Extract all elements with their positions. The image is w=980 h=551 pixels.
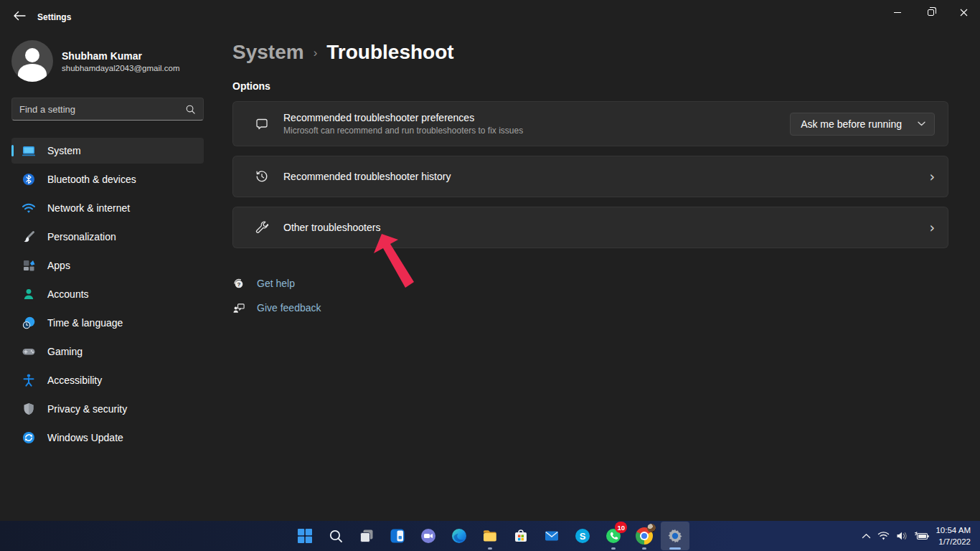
skype-button[interactable]: S [568,522,597,550]
sidebar-item-bluetooth-devices[interactable]: Bluetooth & devices [11,166,204,192]
file-explorer-icon [481,527,499,545]
search-box[interactable] [11,98,204,121]
chat-icon [420,527,437,545]
avatar [11,40,53,82]
running-indicator [642,547,646,550]
history-icon [253,168,270,185]
card-recommended-troubleshooter-history[interactable]: Recommended troubleshooter history › [232,156,948,197]
sidebar-item-network-internet[interactable]: Network & internet [11,195,204,221]
wrench-icon [253,219,270,236]
window-controls [881,0,980,24]
sidebar-item-apps[interactable]: Apps [11,253,204,278]
give-feedback-label: Give feedback [257,302,321,314]
edge-button[interactable] [445,522,473,550]
chevron-up-icon [862,533,871,539]
sidebar-item-privacy-security[interactable]: Privacy & security [11,396,204,422]
sidebar-item-label: Accounts [47,288,89,300]
get-help-link[interactable]: ? Get help [232,274,980,293]
mail-button[interactable] [537,522,566,550]
sidebar-item-label: Gaming [47,346,83,357]
sidebar-item-accounts[interactable]: Accounts [11,281,204,307]
give-feedback-link[interactable]: Give feedback [232,298,980,317]
system-icon [22,143,36,158]
options-section-label: Options [232,80,980,92]
help-links: ? Get help Give feedback [232,274,980,317]
sidebar-item-gaming[interactable]: Gaming [11,339,204,364]
sidebar-item-accessibility[interactable]: Accessibility [11,367,204,393]
task-view-icon [359,528,374,544]
whatsapp-button[interactable]: 10 [599,522,628,550]
chat-button[interactable] [414,522,443,550]
card-other-troubleshooters[interactable]: Other troubleshooters › [232,207,948,248]
update-icon [22,430,36,445]
running-indicator [611,547,616,550]
sidebar-item-personalization[interactable]: Personalization [11,224,204,250]
battery-tray-button[interactable] [914,531,929,541]
restore-button[interactable] [914,0,947,24]
sidebar-item-system[interactable]: System [11,138,204,164]
search-taskbar-button[interactable] [321,522,350,550]
card-title: Other troubleshooters [283,222,380,233]
chrome-button[interactable] [630,522,659,550]
troubleshooter-preference-dropdown[interactable]: Ask me before running [790,113,935,136]
file-explorer-button[interactable] [476,522,504,550]
chevron-right-icon: › [929,170,935,184]
minimize-button[interactable] [881,0,914,24]
settings-taskbar-button[interactable] [661,522,689,550]
sidebar-item-label: Accessibility [47,375,102,386]
start-button[interactable] [291,522,319,550]
clock-globe-icon [22,316,36,330]
whatsapp-badge: 10 [615,522,627,533]
card-title: Recommended troubleshooter history [283,171,451,182]
app-title: Settings [37,12,71,22]
settings-gear-icon [666,527,684,545]
close-button[interactable] [947,0,980,24]
microsoft-store-button[interactable] [507,522,535,550]
chrome-profile-avatar [647,524,656,532]
paintbrush-icon [22,230,36,244]
dropdown-value: Ask me before running [801,118,902,130]
search-input[interactable] [19,104,185,115]
profile-email: shubhamdayal2043@gmail.com [62,64,179,72]
sidebar-item-windows-update[interactable]: Windows Update [11,425,204,451]
active-indicator [669,547,681,550]
system-tray: 10:54 AM 1/7/2022 [862,521,980,551]
sidebar-item-label: Apps [47,260,70,271]
card-subtitle: Microsoft can recommend and run troubles… [283,126,523,136]
widgets-icon [390,528,405,544]
svg-text:S: S [580,531,586,542]
volume-tray-button[interactable] [896,531,908,541]
edge-icon [451,527,468,545]
titlebar: Settings [0,0,980,29]
wifi-tray-button[interactable] [877,531,890,541]
account-profile[interactable]: Shubham Kumar shubhamdayal2043@gmail.com [11,40,204,82]
get-help-icon: ? [232,277,245,290]
taskbar-search-icon [328,528,344,544]
sidebar-item-time-language[interactable]: Time & language [11,310,204,336]
chevron-down-icon [918,121,925,126]
taskbar-clock[interactable]: 10:54 AM 1/7/2022 [936,524,971,547]
sidebar-item-label: Personalization [47,231,116,242]
breadcrumb-system[interactable]: System [232,41,304,64]
svg-text:?: ? [237,281,241,287]
sidebar-item-label: System [47,145,81,156]
gamepad-icon [22,344,36,359]
back-button[interactable] [10,9,29,23]
windows-start-icon [297,528,313,544]
task-view-button[interactable] [352,522,381,550]
shield-icon [22,402,36,416]
sidebar-item-label: Bluetooth & devices [47,174,136,185]
profile-name: Shubham Kumar [62,50,179,62]
widgets-button[interactable] [383,522,412,550]
give-feedback-icon [232,301,245,314]
wifi-tray-icon [877,531,890,541]
hidden-icons-button[interactable] [862,533,871,539]
apps-icon [22,258,36,273]
card-title: Recommended troubleshooter preferences [283,112,523,123]
card-recommended-troubleshooter-preferences[interactable]: Recommended troubleshooter preferences M… [232,101,948,146]
bluetooth-icon [22,172,36,187]
wifi-icon [22,201,36,215]
tray-time: 10:54 AM [936,524,971,536]
accessibility-icon [22,373,36,387]
restore-icon [928,9,934,16]
